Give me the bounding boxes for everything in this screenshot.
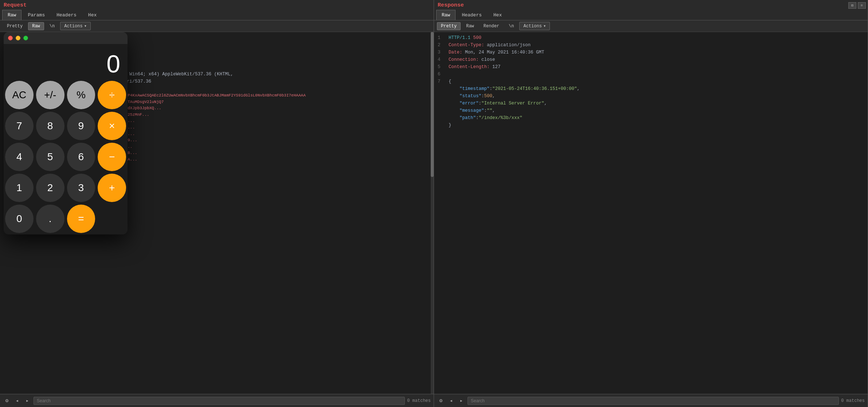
response-line-4: 4 Connection: close — [438, 56, 864, 63]
calc-0-button[interactable]: 0 — [5, 205, 34, 233]
response-forward-icon[interactable]: ▸ — [457, 397, 465, 405]
actions-label-request: Actions — [64, 24, 82, 29]
request-tab-bar: Raw Params Headers Hex — [0, 10, 434, 20]
calc-2-button[interactable]: 2 — [36, 174, 64, 202]
actions-label-response: Actions — [523, 24, 541, 29]
split-view-button[interactable]: ⊞ — [848, 2, 856, 9]
calculator-display: 0 — [4, 44, 128, 80]
tab-raw-request[interactable]: Raw — [2, 10, 21, 20]
calc-4-button[interactable]: 4 — [5, 143, 34, 171]
response-closing-brace: } — [438, 122, 864, 129]
request-sub-bar: Pretty Raw \n Actions ▾ — [0, 20, 434, 32]
request-panel: Request Raw Params Headers Hex Pretty Ra… — [0, 0, 434, 407]
settings-icon[interactable]: ⚙ — [3, 397, 11, 405]
display-value: 0 — [11, 51, 120, 76]
response-search-input[interactable] — [468, 397, 839, 405]
response-line-2: 2 Content-Type: application/json — [438, 42, 864, 49]
raw-btn-request[interactable]: Raw — [28, 22, 44, 30]
scrollbar-thumb[interactable] — [431, 32, 434, 177]
calc-8-button[interactable]: 8 — [36, 112, 64, 140]
response-json-error: "error":"Internal Server Error", — [438, 100, 864, 107]
pretty-btn-request[interactable]: Pretty — [3, 22, 27, 30]
response-panel: Response Raw Headers Hex Pretty Raw Rend… — [434, 0, 868, 407]
window-controls: ⊞ ≡ — [848, 2, 866, 9]
calc-sign-button[interactable]: +/- — [36, 81, 64, 109]
calc-7-button[interactable]: 7 — [5, 112, 34, 140]
newline-btn-request[interactable]: \n — [46, 22, 59, 30]
response-tab-bar: Raw Headers Hex — [434, 10, 868, 20]
tab-headers-request[interactable]: Headers — [51, 10, 82, 20]
response-line-5: 5 Content-Length: 127 — [438, 63, 864, 71]
response-bottom-bar: ⚙ ◂ ▸ 0 matches — [434, 394, 868, 407]
scrollbar-track[interactable] — [431, 32, 434, 394]
actions-button-response[interactable]: Actions ▾ — [519, 22, 550, 30]
pretty-btn-response[interactable]: Pretty — [437, 22, 461, 30]
forward-icon[interactable]: ▸ — [23, 397, 31, 405]
request-match-count: 0 matches — [407, 398, 431, 403]
layout-button[interactable]: ≡ — [858, 2, 866, 9]
response-line-6: 6 — [438, 71, 864, 78]
response-line-3: 3 Date: Mon, 24 May 2021 16:40:36 GMT — [438, 49, 864, 56]
calc-equals-button[interactable]: = — [67, 205, 95, 233]
response-back-icon[interactable]: ◂ — [447, 397, 455, 405]
tab-raw-response[interactable]: Raw — [436, 10, 455, 20]
request-search-input[interactable] — [34, 397, 405, 405]
minimize-button[interactable] — [16, 36, 20, 40]
chevron-down-icon-response: ▾ — [543, 23, 546, 29]
tab-hex-request[interactable]: Hex — [83, 10, 102, 20]
response-line-7: 7 { — [438, 78, 864, 85]
calc-1-button[interactable]: 1 — [5, 174, 34, 202]
tab-params[interactable]: Params — [22, 10, 50, 20]
response-json-timestamp: "timestamp":"2021-05-24T16:40:36.151+00:… — [438, 85, 864, 92]
response-json-path: "path":"/index/%3b/xxx" — [438, 114, 864, 122]
tab-headers-response[interactable]: Headers — [456, 10, 487, 20]
calc-add-button[interactable]: + — [98, 174, 126, 202]
response-title: Response — [434, 0, 868, 10]
calc-divide-button[interactable]: ÷ — [98, 81, 126, 109]
calc-dot-button[interactable]: . — [36, 205, 64, 233]
calc-ac-button[interactable]: AC — [5, 81, 34, 109]
raw-btn-response[interactable]: Raw — [462, 22, 478, 30]
render-btn-response[interactable]: Render — [480, 22, 503, 30]
response-line-1: 1 HTTP/1.1 500 — [438, 34, 864, 42]
close-button[interactable] — [8, 36, 13, 40]
calc-9-button[interactable]: 9 — [67, 112, 95, 140]
calc-5-button[interactable]: 5 — [36, 143, 64, 171]
response-json-status: "status":500, — [438, 92, 864, 100]
calc-6-button[interactable]: 6 — [67, 143, 95, 171]
calculator-buttons: AC +/- % ÷ 7 8 9 × 4 5 6 — [4, 80, 128, 234]
actions-button-request[interactable]: Actions ▾ — [60, 22, 91, 30]
request-title: Request — [0, 0, 434, 10]
response-json-message: "message":"", — [438, 107, 864, 114]
calculator[interactable]: 0 AC +/- % ÷ 7 8 9 × — [4, 32, 128, 234]
calc-percent-button[interactable]: % — [67, 81, 95, 109]
response-settings-icon[interactable]: ⚙ — [437, 397, 445, 405]
newline-btn-response[interactable]: \n — [505, 22, 518, 30]
calc-multiply-button[interactable]: × — [98, 112, 126, 140]
calc-3-button[interactable]: 3 — [67, 174, 95, 202]
tab-hex-response[interactable]: Hex — [488, 10, 507, 20]
response-sub-bar: Pretty Raw Render \n Actions ▾ — [434, 20, 868, 32]
calc-subtract-button[interactable]: − — [98, 143, 126, 171]
maximize-button[interactable] — [23, 36, 28, 40]
request-content: 1 GET /index/%3b/xxx HTTP/1.1 2 Host: 12… — [0, 32, 434, 394]
request-bottom-bar: ⚙ ◂ ▸ 0 matches — [0, 394, 434, 407]
response-match-count: 0 matches — [841, 398, 865, 403]
response-content: 1 HTTP/1.1 500 2 Content-Type: applicati… — [434, 32, 868, 394]
chevron-down-icon: ▾ — [84, 23, 87, 29]
calculator-titlebar — [4, 32, 128, 44]
back-icon[interactable]: ◂ — [13, 397, 21, 405]
